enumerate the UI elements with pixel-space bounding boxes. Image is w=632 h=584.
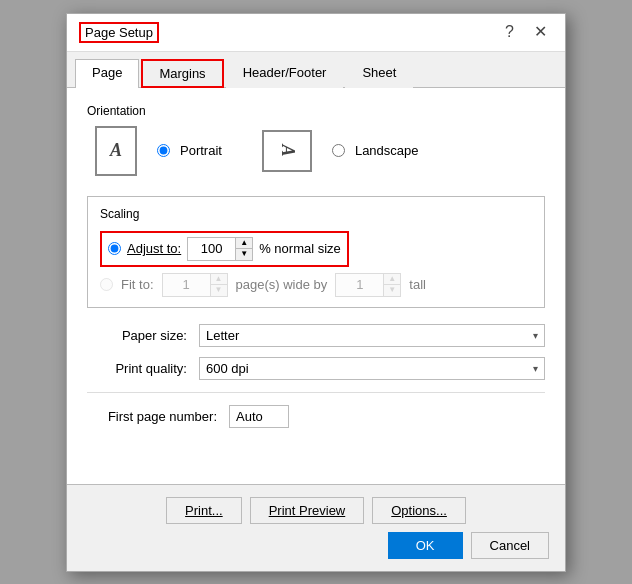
divider [87,392,545,393]
dialog-content: Orientation A Portrait A Landsca [67,88,565,485]
adjust-to-row: Adjust to: ▲ ▼ % normal size [100,231,532,267]
first-page-input[interactable] [229,405,289,428]
adjust-spin-down[interactable]: ▼ [236,249,252,260]
landscape-label: Landscape [355,143,419,158]
adjust-spinner[interactable]: ▲ ▼ [187,237,253,261]
tab-page[interactable]: Page [75,59,139,88]
scaling-highlighted-box: Adjust to: ▲ ▼ % normal size [100,231,349,267]
fit-tall-spinner: ▲ ▼ [335,273,401,297]
footer-bottom: OK Cancel [83,532,549,559]
page-setup-dialog: Page Setup ? ✕ Page Margins Header/Foote… [66,13,566,572]
paper-size-arrow: ▾ [533,330,538,341]
fit-wide-input [162,273,210,297]
fit-wide-spin-up: ▲ [211,274,227,285]
fit-wide-spinner: ▲ ▼ [162,273,228,297]
fit-tall-spin-up: ▲ [384,274,400,285]
adjust-value-input[interactable] [187,237,235,261]
scaling-title: Scaling [100,207,532,221]
print-quality-value: 600 dpi [206,361,249,376]
fit-tall-input [335,273,383,297]
fit-label: Fit to: [121,277,154,292]
adjust-spin-up[interactable]: ▲ [236,238,252,249]
fit-radio[interactable] [100,278,113,291]
print-preview-button[interactable]: Print Preview [250,497,365,524]
title-bar-left: Page Setup [79,22,159,43]
adjust-label: Adjust to: [127,241,181,256]
fit-tall-suffix: tall [409,277,426,292]
title-controls: ? ✕ [499,22,553,42]
tab-header-footer[interactable]: Header/Footer [226,59,344,88]
fit-tall-spin-down: ▼ [384,285,400,296]
first-page-label: First page number: [87,409,217,424]
scaling-section: Scaling Adjust to: ▲ ▼ % normal size [87,196,545,308]
dialog-title: Page Setup [79,22,159,43]
tab-margins[interactable]: Margins [141,59,223,88]
dialog-footer: Print... Print Preview Options... OK Can… [67,485,565,571]
adjust-suffix: % normal size [259,241,341,256]
first-page-row: First page number: [87,405,545,428]
adjust-spin-buttons: ▲ ▼ [235,237,253,261]
print-quality-label: Print quality: [87,361,187,376]
title-bar: Page Setup ? ✕ [67,14,565,52]
fit-wide-spin-down: ▼ [211,285,227,296]
close-button[interactable]: ✕ [528,22,553,42]
spacer [87,438,545,468]
help-button[interactable]: ? [499,22,520,42]
portrait-radio[interactable] [157,144,170,157]
paper-size-row: Paper size: Letter ▾ [87,324,545,347]
portrait-icon: A [95,126,137,176]
landscape-radio[interactable] [332,144,345,157]
cancel-button[interactable]: Cancel [471,532,549,559]
paper-size-dropdown[interactable]: Letter ▾ [199,324,545,347]
landscape-icon: A [262,130,312,172]
print-quality-dropdown[interactable]: 600 dpi ▾ [199,357,545,380]
adjust-radio[interactable] [108,242,121,255]
orientation-row: A Portrait A Landscape [87,126,545,176]
paper-size-label: Paper size: [87,328,187,343]
footer-top: Print... Print Preview Options... [83,497,549,524]
portrait-label: Portrait [180,143,222,158]
tab-bar: Page Margins Header/Footer Sheet [67,52,565,88]
landscape-option[interactable]: Landscape [332,143,419,158]
tab-sheet[interactable]: Sheet [345,59,413,88]
paper-size-value: Letter [206,328,239,343]
print-quality-row: Print quality: 600 dpi ▾ [87,357,545,380]
ok-button[interactable]: OK [388,532,463,559]
fit-wide-suffix: page(s) wide by [236,277,328,292]
orientation-section: Orientation A Portrait A Landsca [87,104,545,176]
options-button[interactable]: Options... [372,497,466,524]
orientation-label: Orientation [87,104,545,118]
print-button[interactable]: Print... [166,497,242,524]
fit-to-row: Fit to: ▲ ▼ page(s) wide by ▲ ▼ ta [100,273,532,297]
portrait-option[interactable]: Portrait [157,143,222,158]
print-quality-arrow: ▾ [533,363,538,374]
